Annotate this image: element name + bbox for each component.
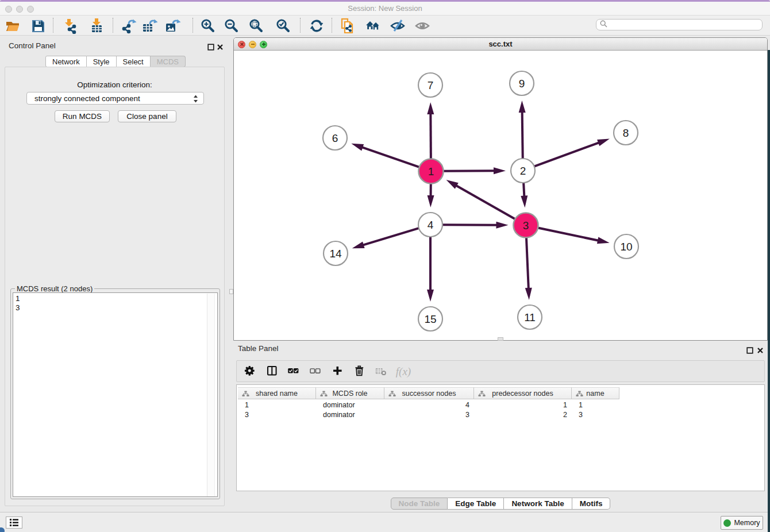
edge-1-2[interactable] [443, 171, 496, 171]
edge-3-11[interactable] [526, 237, 529, 290]
status-bar: Memory [0, 512, 770, 532]
memory-status-icon [723, 519, 731, 527]
mcds-panel: Optimization criterion: strongly connect… [5, 67, 225, 506]
open-session-icon[interactable] [4, 17, 21, 34]
show-details-icon[interactable] [414, 17, 431, 34]
minimize-window-button[interactable] [16, 6, 23, 13]
horizontal-split-handle[interactable] [498, 337, 503, 341]
export-table-icon[interactable] [141, 17, 159, 34]
table-cell[interactable]: 1 [579, 400, 615, 410]
edge-4-3[interactable] [442, 225, 499, 225]
network-window-titlebar: scc.txt [234, 38, 767, 51]
window-title: Session: New Session [0, 2, 770, 16]
edge-3-10[interactable] [538, 228, 600, 241]
search-icon [600, 20, 607, 30]
column-header-name[interactable]: name [572, 387, 619, 399]
task-history-button[interactable] [6, 516, 22, 529]
column-header-MCDS-role[interactable]: MCDS role [316, 387, 384, 399]
control-panel-tab-select[interactable]: Select [117, 56, 151, 67]
column-header-label: MCDS role [332, 390, 367, 398]
criterion-dropdown[interactable]: strongly connected component [26, 92, 204, 105]
import-table-icon[interactable] [88, 17, 105, 34]
table-tabs: Node TableEdge TableNetwork TableMotifs [233, 498, 768, 510]
close-window-button[interactable] [5, 6, 12, 13]
network-zoom-button[interactable] [260, 41, 267, 48]
table-cell[interactable]: 2 [481, 410, 567, 420]
column-header-predecessor-nodes[interactable]: predecessor nodes [474, 387, 572, 399]
toolbar-separator [53, 18, 53, 33]
network-graph-canvas[interactable]: 7968124314101511 [234, 51, 767, 340]
table-cell[interactable]: 4 [391, 400, 469, 410]
edge-4-14[interactable] [361, 228, 419, 245]
export-image-icon[interactable] [164, 17, 182, 34]
column-header-successor-nodes[interactable]: successor nodes [384, 387, 474, 399]
zoom-window-button[interactable] [27, 6, 34, 13]
table-tab-edge-table[interactable]: Edge Table [448, 498, 504, 510]
table-cell[interactable]: dominator [323, 400, 380, 410]
import-network-icon[interactable] [63, 17, 80, 34]
run-mcds-button[interactable]: Run MCDS [55, 110, 110, 122]
table-tab-motifs[interactable]: Motifs [572, 498, 611, 510]
hide-details-icon[interactable] [389, 17, 406, 34]
edge-arrowhead-4-3 [496, 222, 508, 229]
settings-icon[interactable] [242, 364, 259, 380]
hierarchy-icon [388, 391, 396, 399]
table-tab-node-table[interactable]: Node Table [391, 498, 448, 510]
refresh-icon[interactable] [308, 17, 325, 34]
close-panel-button[interactable]: Close panel [118, 110, 176, 122]
table-cell[interactable]: 1 [245, 400, 311, 410]
zoom-fit-icon[interactable] [248, 17, 265, 34]
table-cell[interactable]: dominator [323, 410, 380, 420]
add-row-icon[interactable] [330, 364, 346, 380]
edge-2-8[interactable] [534, 142, 600, 166]
export-network-icon[interactable] [120, 17, 137, 34]
zoom-selected-icon[interactable] [275, 17, 292, 34]
table-cell[interactable]: 3 [579, 410, 615, 420]
mcds-result-scrollbar[interactable] [207, 294, 215, 496]
network-minimize-button[interactable] [249, 41, 256, 48]
control-panel-tab-mcds[interactable]: MCDS [151, 56, 186, 67]
network-close-button[interactable] [238, 41, 245, 48]
edge-arrowhead-3-11 [525, 288, 532, 300]
zoom-in-icon[interactable] [199, 17, 217, 34]
table-tab-network-table[interactable]: Network Table [504, 498, 572, 510]
home-icon[interactable] [364, 17, 382, 34]
delete-table-icon [374, 364, 390, 380]
columns-icon[interactable] [265, 364, 281, 380]
table-cell[interactable]: 3 [245, 410, 311, 420]
hierarchy-icon [478, 391, 486, 399]
edge-3-1[interactable] [455, 185, 515, 219]
hierarchy-icon [576, 391, 583, 399]
edge-1-7[interactable] [430, 112, 431, 159]
delete-row-icon[interactable] [352, 364, 368, 380]
graph-node-label-4: 4 [428, 219, 434, 231]
select-all-icon[interactable] [286, 364, 302, 380]
table-panel-close-icon[interactable] [757, 346, 764, 353]
main-toolbar [0, 16, 770, 36]
graph-node-label-2: 2 [520, 165, 526, 177]
save-session-icon[interactable] [29, 17, 47, 34]
deselect-all-icon[interactable] [308, 364, 324, 380]
mcds-result-text[interactable]: 1 3 [13, 292, 218, 497]
table-panel-float-icon[interactable] [746, 346, 753, 353]
column-header-shared-name[interactable]: shared name [238, 387, 316, 399]
edge-1-6[interactable] [360, 147, 419, 167]
duplicate-network-icon[interactable] [339, 17, 356, 34]
control-panel-float-icon[interactable] [207, 43, 214, 49]
control-panel-tab-style[interactable]: Style [87, 56, 117, 67]
optimization-criterion-label: Optimization criterion: [5, 80, 224, 89]
mcds-result-group: MCDS result (2 nodes) 1 3 [10, 288, 220, 499]
edge-2-9[interactable] [522, 110, 523, 159]
graph-node-label-15: 15 [424, 313, 436, 325]
control-panel-tab-network[interactable]: Network [45, 56, 87, 67]
table-cell[interactable]: 1 [481, 400, 567, 410]
split-divider-handle[interactable] [229, 289, 233, 294]
table-cell[interactable]: 3 [391, 410, 469, 420]
search-field[interactable] [596, 19, 763, 30]
toolbar-separator [332, 18, 332, 33]
edge-arrowhead-2-9 [519, 101, 526, 113]
control-panel-close-icon[interactable] [217, 43, 224, 49]
control-panel-tabs: NetworkStyleSelectMCDS [45, 56, 186, 67]
zoom-out-icon[interactable] [223, 17, 240, 34]
memory-button[interactable]: Memory [721, 516, 763, 530]
